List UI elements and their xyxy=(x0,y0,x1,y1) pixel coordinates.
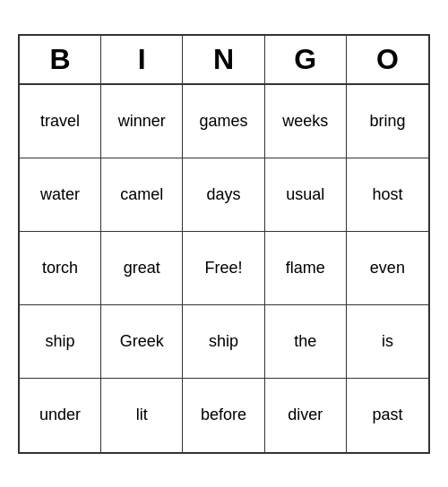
bingo-cell-2-0: torch xyxy=(20,232,101,305)
bingo-cell-2-3: flame xyxy=(265,232,347,305)
bingo-cell-3-2: ship xyxy=(183,305,264,379)
bingo-cell-0-1: winner xyxy=(101,85,183,158)
header-letter: B xyxy=(20,36,101,83)
bingo-cell-2-2: Free! xyxy=(183,232,264,305)
bingo-cell-1-2: days xyxy=(183,158,264,232)
bingo-cell-4-1: lit xyxy=(101,379,183,452)
bingo-cell-4-0: under xyxy=(20,379,101,452)
header-letter: G xyxy=(265,36,347,83)
bingo-cell-4-3: diver xyxy=(265,379,347,452)
bingo-cell-0-3: weeks xyxy=(265,85,347,158)
bingo-cell-4-4: past xyxy=(347,379,428,452)
bingo-cell-0-0: travel xyxy=(20,85,101,158)
bingo-cell-3-3: the xyxy=(265,305,347,379)
bingo-cell-1-3: usual xyxy=(265,158,347,232)
bingo-cell-2-4: even xyxy=(347,232,428,305)
bingo-cell-1-0: water xyxy=(20,158,101,232)
bingo-cell-2-1: great xyxy=(101,232,183,305)
bingo-cell-3-1: Greek xyxy=(101,305,183,379)
bingo-card: BINGO travelwinnergamesweeksbringwaterca… xyxy=(18,34,430,454)
bingo-cell-3-4: is xyxy=(347,305,428,379)
bingo-cell-0-4: bring xyxy=(347,85,428,158)
header-letter: I xyxy=(101,36,183,83)
bingo-cell-3-0: ship xyxy=(20,305,101,379)
bingo-cell-0-2: games xyxy=(183,85,264,158)
bingo-cell-1-4: host xyxy=(347,158,428,232)
header-letter: O xyxy=(347,36,428,83)
header-letter: N xyxy=(183,36,264,83)
bingo-grid: travelwinnergamesweeksbringwatercamelday… xyxy=(20,85,428,452)
bingo-header: BINGO xyxy=(20,36,428,85)
bingo-cell-4-2: before xyxy=(183,379,264,452)
bingo-cell-1-1: camel xyxy=(101,158,183,232)
